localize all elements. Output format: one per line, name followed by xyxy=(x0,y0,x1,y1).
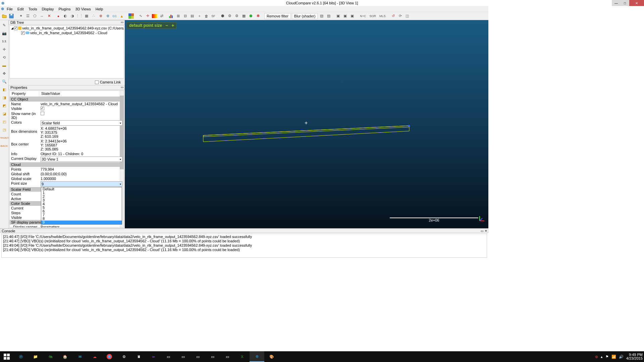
psize-option-7[interactable]: 7 xyxy=(41,213,122,217)
tree-expand-icon[interactable]: ◢ xyxy=(11,26,13,30)
wand-icon[interactable]: ✎ xyxy=(1,22,7,28)
shader-b-icon[interactable]: ▨ xyxy=(326,13,332,19)
poly-icon[interactable]: ⬠ xyxy=(32,13,38,19)
menu-file[interactable]: File xyxy=(7,7,13,11)
psize-option-9[interactable]: 9 xyxy=(41,221,122,224)
histogram-icon[interactable] xyxy=(168,13,174,19)
prop-curdisp-dropdown[interactable]: 3D View 1 xyxy=(41,157,122,162)
sor-button[interactable]: SOR xyxy=(368,13,377,19)
mls-button[interactable]: MLS xyxy=(378,13,387,19)
view-iso1-icon[interactable]: ◰ xyxy=(1,119,7,125)
psize-option-1[interactable]: 1 xyxy=(41,191,122,195)
menu-3dviews[interactable]: 3D Views xyxy=(75,7,91,11)
align-icon[interactable]: ⊗ xyxy=(105,13,111,19)
console-body[interactable]: [21:46:47] [I/O] File 'C:/Users/hwilde/D… xyxy=(1,234,487,258)
mesh-tri-icon[interactable]: ▦ xyxy=(84,13,90,19)
app-menu-icon[interactable]: ⊚ xyxy=(1,7,4,11)
pick-icon[interactable]: ✦ xyxy=(18,13,24,19)
prop-colors-dropdown[interactable]: Scalar field xyxy=(41,120,122,126)
view-back-icon[interactable]: ◪ xyxy=(1,111,7,117)
stats-b-icon[interactable]: ⊟ xyxy=(182,13,188,19)
remove-filter-button[interactable]: Remove filter xyxy=(264,13,291,19)
calendar-icon[interactable]: ▤ xyxy=(189,13,195,19)
octree-icon[interactable]: ⬣ xyxy=(248,13,254,19)
gradient-icon[interactable] xyxy=(152,13,158,19)
nc-button[interactable]: N+C xyxy=(359,13,367,19)
psize-options-list[interactable]: Default 1 2 3 4 5 6 7 8 9 xyxy=(41,187,122,225)
arrows-icon[interactable]: ⇄ xyxy=(159,13,165,19)
extra-c-icon[interactable]: ◫ xyxy=(404,13,410,19)
overlay-minus-button[interactable]: − xyxy=(165,23,168,28)
console-pin-icon[interactable]: ▭ ✕ xyxy=(481,229,487,233)
view-front-icon[interactable]: ◨ xyxy=(1,95,7,101)
stats-a-icon[interactable]: ⊞ xyxy=(175,13,181,19)
tree-child-checkbox[interactable] xyxy=(21,31,25,35)
menu-tools[interactable]: Tools xyxy=(29,7,37,11)
move-cross-icon[interactable]: ✥ xyxy=(1,70,7,76)
tree-root-checkbox[interactable] xyxy=(14,26,17,30)
extra-b-icon[interactable]: ⟳ xyxy=(397,13,403,19)
cube-front-icon[interactable]: FRONT xyxy=(1,135,7,141)
psize-option-3[interactable]: 3 xyxy=(41,198,122,202)
cube-back-icon[interactable]: BACK xyxy=(1,143,7,149)
open-icon[interactable] xyxy=(1,13,7,19)
dbtree-body[interactable]: ◢ velo_in_rtk_frame_output_1423594562.84… xyxy=(9,25,124,78)
plus-icon[interactable]: ＋ xyxy=(196,13,202,19)
menu-edit[interactable]: Edit xyxy=(17,7,24,11)
psize-option-2[interactable]: 2 xyxy=(41,195,122,198)
view-iso2-icon[interactable]: ◳ xyxy=(1,127,7,133)
shader-a-icon[interactable]: ▧ xyxy=(319,13,325,19)
psize-option-4[interactable]: 4 xyxy=(41,202,122,206)
sf-icon[interactable]: SF xyxy=(210,13,216,19)
mesh-dots-icon[interactable]: ⋮⋮ xyxy=(76,13,83,19)
psize-option-default[interactable]: Default xyxy=(41,187,122,191)
menu-plugins[interactable]: Plugins xyxy=(58,7,70,11)
psize-option-5[interactable]: 5 xyxy=(41,206,122,209)
plugin-a-icon[interactable]: ▣ xyxy=(335,13,341,19)
shield-icon[interactable]: ⬢ xyxy=(220,13,226,19)
grid-icon[interactable]: ▩ xyxy=(241,13,247,19)
camera-icon[interactable]: 📷 xyxy=(1,30,7,36)
sample-icon[interactable]: ∴ xyxy=(91,13,97,19)
gear-b-icon[interactable]: ⚙ xyxy=(234,13,240,19)
camera-link-checkbox[interactable] xyxy=(95,80,99,84)
overlay-plus-button[interactable]: + xyxy=(171,23,174,28)
rotate-icon[interactable]: ⟲ xyxy=(1,54,7,60)
menu-help[interactable]: Help xyxy=(96,7,103,11)
move-icon[interactable]: ↔ xyxy=(39,13,45,19)
prop-psize-dropdown[interactable]: 9 Default 1 2 3 4 5 6 7 8 9 xyxy=(41,181,122,187)
layers-icon[interactable]: ▬ xyxy=(1,62,7,68)
cloud-b-icon[interactable]: ◑ xyxy=(69,13,75,19)
zoom-icon[interactable]: 🔍 xyxy=(1,78,7,84)
prop-showname-checkbox[interactable] xyxy=(41,112,44,115)
dbtree-pin-icon[interactable]: ▭ xyxy=(121,20,124,24)
delete-icon[interactable]: ✕ xyxy=(46,13,52,19)
fire-icon[interactable]: ▲ xyxy=(119,13,125,19)
view-top-icon[interactable]: ◧ xyxy=(1,86,7,93)
list-icon[interactable]: ☰ xyxy=(25,13,31,19)
gear-a-icon[interactable]: ⚙ xyxy=(227,13,233,19)
trash-icon[interactable]: 🗑 xyxy=(203,13,209,19)
3d-view[interactable]: default point size − + + 2e+06 xyxy=(125,20,488,228)
tree-root-label[interactable]: velo_in_rtk_frame_output_1423594562.849-… xyxy=(22,26,124,30)
prop-visible-checkbox[interactable] xyxy=(41,107,44,110)
view-side-icon[interactable]: ◩ xyxy=(1,103,7,109)
save-icon[interactable] xyxy=(8,13,14,19)
tree-child-label[interactable]: velo_in_rtk_frame_output_1423594562 - Cl… xyxy=(30,31,107,35)
plugin-b-icon[interactable]: ▣ xyxy=(342,13,348,19)
plugin-c-icon[interactable]: ▣ xyxy=(349,13,355,19)
register-icon[interactable]: ⊕ xyxy=(98,13,104,19)
psize-option-6[interactable]: 6 xyxy=(41,209,122,213)
menu-display[interactable]: Display xyxy=(42,7,54,11)
cc-icon[interactable]: CC xyxy=(112,13,118,19)
properties-pin-icon[interactable]: ▭ xyxy=(121,85,124,89)
extra-a-icon[interactable]: ↺ xyxy=(390,13,396,19)
one-to-one-icon[interactable]: 1:1 xyxy=(1,38,7,44)
random-icon[interactable]: ✽ xyxy=(255,13,261,19)
colorize-icon[interactable] xyxy=(128,13,134,19)
cloud-red-icon[interactable]: ● xyxy=(55,13,61,19)
target-icon[interactable]: ✛ xyxy=(145,13,151,19)
cloud-a-icon[interactable]: ◐ xyxy=(62,13,68,19)
blur-shader-button[interactable]: Blur (shader) xyxy=(292,13,318,19)
graph-icon[interactable]: ∿ xyxy=(138,13,144,19)
